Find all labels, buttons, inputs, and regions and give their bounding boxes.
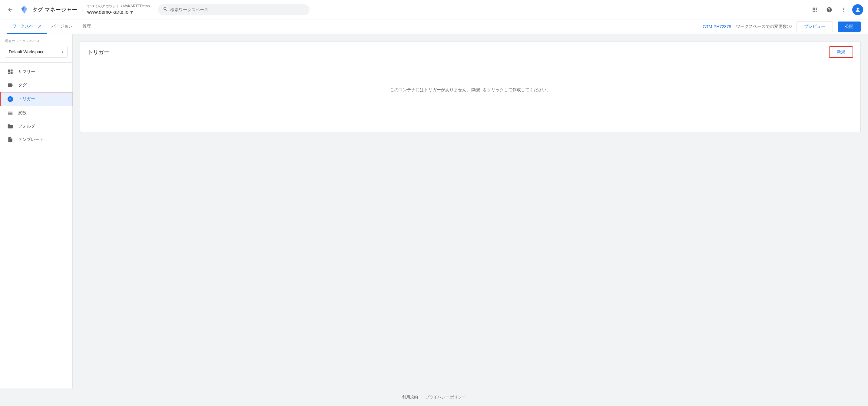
privacy-link[interactable]: プライバシー ポリシー — [426, 395, 466, 399]
svg-rect-3 — [8, 114, 13, 115]
footer-separator: ・ — [420, 395, 424, 399]
sidebar-item-triggers[interactable]: トリガー — [0, 92, 72, 106]
main-layout: 現在のワークスペース Default Workspace › サマリー タグ — [0, 34, 868, 388]
nav-right-actions: GTM-PH72878 ワークスペースでの変更数: 0 プレビュー 公開 — [703, 21, 861, 32]
triggers-card: トリガー 新規 このコンテナにはトリガーがありません。[新規] をクリックして作… — [80, 41, 861, 132]
search-box[interactable] — [158, 4, 310, 15]
help-icon-button[interactable] — [823, 4, 835, 16]
sidebar-item-label-folders: フォルダ — [18, 124, 35, 129]
gtm-logo-icon — [20, 5, 29, 14]
folder-icon — [7, 123, 13, 129]
more-icon-button[interactable] — [838, 4, 850, 16]
workspace-section: 現在のワークスペース Default Workspace › — [0, 34, 72, 63]
workspace-changes-label: ワークスペースでの変更数: 0 — [736, 24, 792, 29]
account-name: www.demo-karte.io — [87, 9, 128, 15]
app-name-label: タグ マネージャー — [32, 6, 77, 13]
variable-icon — [7, 110, 13, 116]
chevron-right-icon: › — [62, 49, 64, 55]
sidebar-item-label-tags: タグ — [18, 82, 27, 88]
template-icon — [7, 137, 13, 143]
sidebar-item-label-summary: サマリー — [18, 69, 35, 75]
sidebar-item-label-triggers: トリガー — [18, 96, 35, 102]
terms-link[interactable]: 利用規約 — [402, 395, 418, 399]
nav-tabs: ワークスペース バージョン 管理 GTM-PH72878 ワークスペースでの変更… — [0, 20, 868, 34]
card-title: トリガー — [88, 49, 109, 56]
empty-state-message: このコンテナにはトリガーがありません。[新規] をクリックして作成してください。 — [80, 63, 861, 117]
grid-icon-button[interactable] — [809, 4, 821, 16]
tab-admin[interactable]: 管理 — [78, 20, 96, 34]
avatar[interactable] — [852, 4, 863, 15]
tag-icon — [7, 82, 13, 88]
search-input[interactable] — [170, 7, 305, 12]
sidebar-item-label-variables: 変数 — [18, 110, 27, 116]
summary-icon — [7, 69, 13, 75]
publish-button[interactable]: 公開 — [838, 22, 861, 32]
sidebar-item-templates[interactable]: テンプレート — [0, 133, 69, 146]
sidebar-item-variables[interactable]: 変数 — [0, 106, 69, 120]
account-path: すべてのアカウント › MyKARTEDemo — [87, 4, 150, 9]
header-actions — [809, 4, 863, 16]
sidebar-item-folders[interactable]: フォルダ — [0, 120, 69, 133]
gtm-id-label[interactable]: GTM-PH72878 — [703, 24, 731, 29]
tab-workspace[interactable]: ワークスペース — [7, 20, 46, 34]
preview-button[interactable]: プレビュー — [797, 21, 833, 32]
dropdown-icon: ▾ — [130, 9, 133, 16]
sidebar-item-summary[interactable]: サマリー — [0, 65, 69, 79]
app-header: タグ マネージャー すべてのアカウント › MyKARTEDemo www.de… — [0, 0, 868, 20]
trigger-icon — [7, 96, 13, 102]
workspace-section-label: 現在のワークスペース — [5, 39, 67, 43]
svg-rect-2 — [8, 113, 13, 114]
workspace-selector[interactable]: Default Workspace › — [5, 46, 67, 58]
tab-version[interactable]: バージョン — [46, 20, 78, 34]
new-trigger-button[interactable]: 新規 — [829, 46, 853, 58]
search-icon — [163, 7, 168, 13]
sidebar-item-tags[interactable]: タグ — [0, 79, 69, 92]
app-logo: タグ マネージャー — [20, 5, 77, 14]
main-content: トリガー 新規 このコンテナにはトリガーがありません。[新規] をクリックして作… — [73, 34, 868, 388]
page-footer: 利用規約・プライバシー ポリシー — [0, 388, 868, 406]
back-button[interactable] — [5, 4, 16, 15]
empty-text: このコンテナにはトリガーがありません。[新規] をクリックして作成してください。 — [390, 87, 551, 93]
sidebar-nav: サマリー タグ トリガー 変数 — [0, 63, 72, 149]
workspace-name: Default Workspace — [9, 49, 44, 54]
card-header: トリガー 新規 — [80, 41, 861, 63]
account-selector[interactable]: すべてのアカウント › MyKARTEDemo www.demo-karte.i… — [87, 4, 150, 16]
sidebar: 現在のワークスペース Default Workspace › サマリー タグ — [0, 34, 73, 388]
svg-rect-1 — [8, 112, 13, 113]
sidebar-item-label-templates: テンプレート — [18, 137, 43, 142]
